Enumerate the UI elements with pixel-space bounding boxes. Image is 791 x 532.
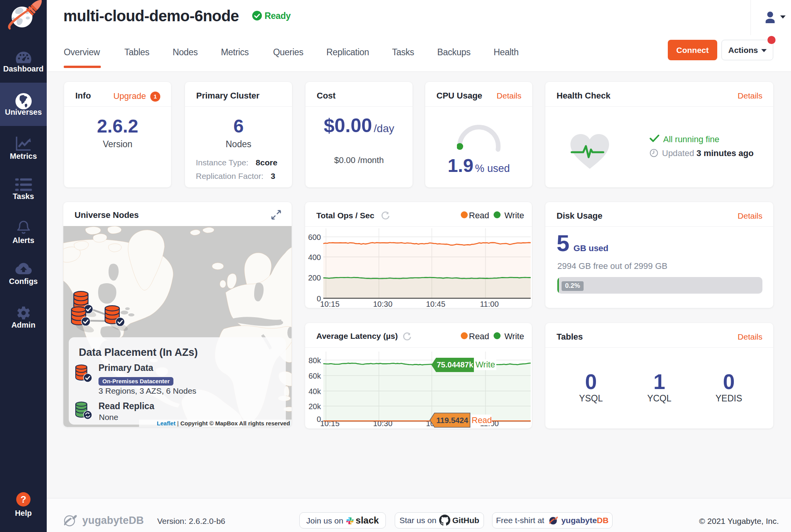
svg-text:10:45: 10:45 bbox=[426, 300, 445, 308]
svg-text:400: 400 bbox=[308, 253, 321, 262]
svg-text:10:15: 10:15 bbox=[320, 300, 339, 308]
svg-text:80k: 80k bbox=[309, 356, 321, 365]
svg-text:200: 200 bbox=[308, 274, 321, 282]
svg-text:20k: 20k bbox=[309, 402, 321, 411]
svg-text:60k: 60k bbox=[309, 372, 321, 380]
svg-text:11:00: 11:00 bbox=[480, 300, 499, 308]
svg-text:10:30: 10:30 bbox=[373, 300, 392, 308]
svg-text:75.04487k: 75.04487k bbox=[437, 360, 474, 369]
svg-text:Write: Write bbox=[475, 360, 495, 369]
svg-text:Read: Read bbox=[472, 415, 492, 425]
svg-text:119.5424: 119.5424 bbox=[436, 416, 468, 425]
svg-text:600: 600 bbox=[308, 233, 321, 241]
svg-text:40k: 40k bbox=[309, 387, 321, 396]
svg-text:?: ? bbox=[20, 494, 26, 505]
